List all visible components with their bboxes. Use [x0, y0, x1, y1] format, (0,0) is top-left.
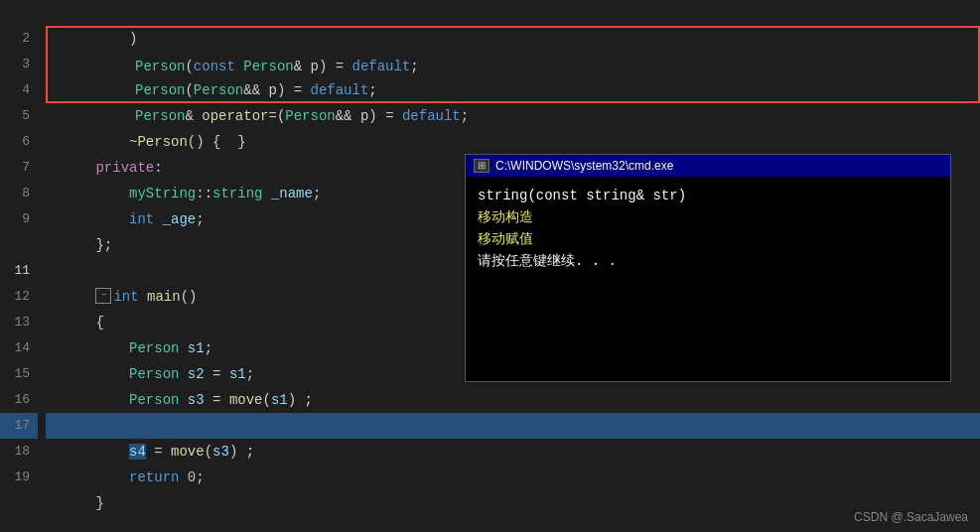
code-line-3: Person(Person&& p) = default; — [46, 52, 980, 77]
cmd-window: ⊞ C:\WINDOWS\system32\cmd.exe string(con… — [465, 154, 951, 382]
line-num-1 — [0, 0, 38, 26]
code-line-6: private: — [46, 129, 980, 155]
line-num-2: 2 — [0, 26, 38, 52]
line-num-9: 9 — [0, 206, 38, 232]
line-num-5: 5 — [0, 103, 38, 129]
line-num-6: 6 — [0, 129, 38, 155]
line-num-13: 13 — [0, 310, 38, 335]
cmd-titlebar: ⊞ C:\WINDOWS\system32\cmd.exe — [466, 155, 950, 177]
editor: 2 3 4 5 6 7 8 9 11 12 13 14 15 16 17 18 … — [0, 0, 980, 532]
code-line-19: } — [46, 465, 980, 490]
line-num-12: 12 — [0, 284, 38, 310]
line-num-10 — [0, 232, 38, 258]
line-num-7: 7 — [0, 155, 38, 181]
csdn-watermark: CSDN @.SacaJawea — [854, 510, 968, 524]
code-line-2: Person(const Person& p) = default; — [46, 26, 980, 52]
line-num-11: 11 — [0, 258, 38, 284]
code-line-1: ) — [46, 0, 980, 26]
line-num-8: 8 — [0, 181, 38, 206]
cmd-line-1: string(const string& str) — [478, 185, 938, 206]
code-line-18: return 0; — [46, 439, 980, 465]
code-line-17: s4 = move(s3) ; — [46, 413, 980, 439]
line-num-17: 17 — [0, 413, 38, 439]
code-line-5: ~Person() { } — [46, 103, 980, 129]
cmd-line-3: 移动赋值 — [478, 228, 938, 250]
line-num-3: 3 — [0, 52, 38, 77]
line-num-19: 19 — [0, 465, 38, 490]
line-num-15: 15 — [0, 361, 38, 387]
cmd-content: string(const string& str) 移动构造 移动赋值 请按任意… — [466, 177, 950, 280]
cmd-title: C:\WINDOWS\system32\cmd.exe — [495, 155, 673, 177]
line-num-14: 14 — [0, 335, 38, 361]
cmd-icon: ⊞ — [474, 159, 490, 173]
line-num-4: 4 — [0, 77, 38, 103]
cmd-line-2: 移动构造 — [478, 206, 938, 228]
line-num-18: 18 — [0, 439, 38, 465]
code-line-4: Person& operator=(Person&& p) = default; — [46, 77, 980, 103]
code-line-16: Person s4; — [46, 387, 980, 413]
line-num-16: 16 — [0, 387, 38, 413]
cmd-line-4: 请按任意键继续. . . — [478, 250, 938, 272]
